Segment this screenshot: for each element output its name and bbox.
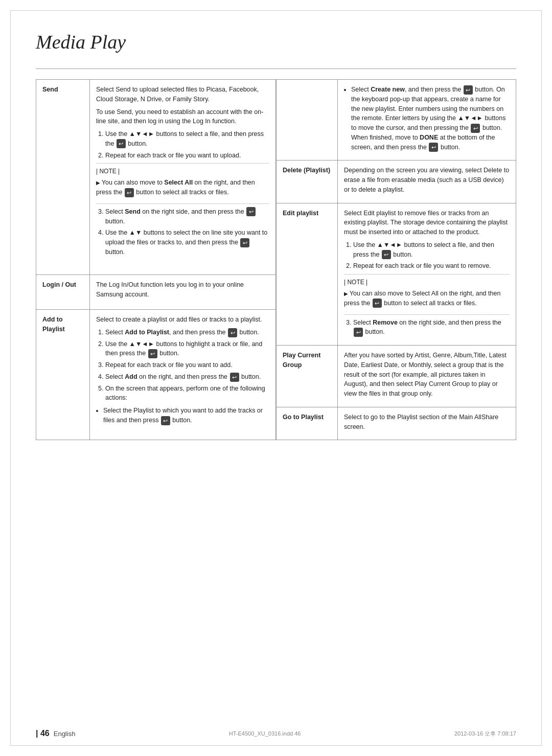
list-item: Repeat for each track or file you want t… (353, 261, 510, 271)
add-playlist-label: Add to Playlist (36, 310, 90, 440)
list-item: On the screen that appears, perform one … (105, 384, 269, 403)
note-list: You can also move to Select All on the r… (344, 289, 510, 308)
send-para-1: Select Send to upload selected files to … (96, 85, 269, 104)
note-header: | NOTE | (344, 278, 510, 287)
go-to-playlist-para: Select to go to the Playlist section of … (344, 413, 510, 432)
table-row: Edit playlist Select Edit playlist to re… (277, 203, 516, 346)
play-current-group-content: After you have sorted by Artist, Genre, … (338, 346, 516, 407)
edit-playlist-extra-steps: Select Remove on the right side, and the… (353, 318, 510, 337)
edit-playlist-content: Select Edit playlist to remove files or … (338, 203, 516, 346)
table-row: Select Create new, and then press the bu… (277, 80, 516, 161)
enter-icon (429, 143, 438, 152)
table-row: Login / Out The Log In/Out function lets… (36, 275, 276, 310)
edit-playlist-label: Edit playlist (277, 203, 338, 346)
list-item: Select Remove on the right side, and the… (353, 318, 510, 337)
login-content: The Log In/Out function lets you log in … (90, 275, 276, 310)
send-extra-steps: Select Send on the right side, and then … (105, 207, 269, 257)
go-to-playlist-content: Select to go to the Playlist section of … (338, 407, 516, 440)
footer-language: English (54, 730, 76, 738)
empty-label (277, 80, 338, 161)
table-row: Go to Playlist Select to go to the Playl… (277, 407, 516, 440)
page-title: Media Play (36, 31, 516, 56)
edit-playlist-note: | NOTE | You can also move to Select All… (344, 274, 510, 315)
enter-icon (148, 349, 157, 358)
list-item: Select the Playlist to which you want to… (103, 406, 269, 425)
page-number: | 46 (36, 729, 50, 738)
table-row: Delete (Playlist) Depending on the scree… (277, 161, 516, 203)
right-table: Select Create new, and then press the bu… (276, 79, 516, 440)
enter-icon (464, 85, 473, 95)
create-new-content: Select Create new, and then press the bu… (338, 80, 516, 161)
left-table: Send Select Send to upload selected file… (36, 79, 276, 440)
delete-playlist-label: Delete (Playlist) (277, 161, 338, 203)
enter-icon (125, 188, 134, 197)
play-current-group-label: Play Current Group (277, 346, 338, 407)
list-item: Select Add to Playlist, and then press t… (105, 328, 269, 337)
list-item: Repeat for each track or file you want t… (105, 151, 269, 161)
send-steps: Use the ▲▼◄► buttons to select a file, a… (105, 129, 269, 160)
list-item: Select Send on the right side, and then … (105, 207, 269, 226)
list-item: Use the ▲▼◄► buttons to highlight a trac… (105, 339, 269, 359)
list-item: Select Create new, and then press the bu… (351, 85, 510, 152)
enter-icon (240, 238, 249, 247)
enter-icon (117, 139, 126, 148)
table-row: Send Select Send to upload selected file… (36, 80, 276, 275)
list-item: Use the ▲▼◄► buttons to select a file, a… (353, 240, 510, 260)
go-to-playlist-label: Go to Playlist (277, 407, 338, 440)
send-content: Select Send to upload selected files to … (90, 80, 276, 275)
enter-icon (230, 373, 239, 382)
list-item: Use the ▲▼◄► buttons to select a file, a… (105, 129, 269, 149)
send-note: | NOTE | You can also move to Select All… (96, 163, 269, 204)
edit-playlist-steps: Use the ▲▼◄► buttons to select a file, a… (353, 240, 510, 271)
enter-icon (471, 124, 480, 133)
send-label: Send (36, 80, 90, 275)
login-para: The Log In/Out function lets you log in … (96, 280, 269, 300)
create-new-list: Select Create new, and then press the bu… (351, 85, 510, 152)
footer: | 46 English HT-E4500_XU_0316.indd 46 20… (0, 729, 552, 738)
pipe-separator: | (36, 729, 38, 738)
page-num-value: 46 (40, 729, 50, 738)
note-list: You can also move to Select All on the r… (96, 178, 269, 197)
list-item: Select Add on the right, and then press … (105, 372, 269, 382)
send-para-2: To use Send, you need to establish an ac… (96, 107, 269, 127)
enter-icon (354, 328, 363, 337)
list-item: You can also move to Select All on the r… (96, 178, 269, 197)
footer-left: | 46 English (36, 729, 75, 738)
enter-icon (373, 299, 382, 308)
page: Media Play Send Select Send to upload se… (0, 0, 552, 756)
enter-icon (382, 250, 391, 259)
add-playlist-bullets: Select the Playlist to which you want to… (103, 406, 269, 425)
note-header: | NOTE | (96, 167, 269, 176)
title-divider (36, 68, 516, 69)
table-row: Add to Playlist Select to create a playl… (36, 310, 276, 440)
login-label: Login / Out (36, 275, 90, 310)
list-item: Use the ▲▼ buttons to select the on line… (105, 228, 269, 257)
add-playlist-content: Select to create a playlist or add files… (90, 310, 276, 440)
delete-playlist-para: Depending on the screen you are viewing,… (344, 166, 510, 194)
table-row: Play Current Group After you have sorted… (277, 346, 516, 407)
content-tables: Send Select Send to upload selected file… (36, 79, 516, 440)
play-current-group-para: After you have sorted by Artist, Genre, … (344, 351, 510, 399)
add-playlist-para: Select to create a playlist or add files… (96, 315, 269, 325)
enter-icon (161, 416, 170, 425)
delete-playlist-content: Depending on the screen you are viewing,… (338, 161, 516, 203)
list-item: Repeat for each track or file you want t… (105, 360, 269, 370)
footer-date: 2012-03-16 오후 7:08:17 (454, 730, 516, 738)
enter-icon (228, 328, 237, 337)
add-playlist-steps: Select Add to Playlist, and then press t… (105, 328, 269, 403)
footer-filename: HT-E4500_XU_0316.indd 46 (229, 730, 301, 737)
enter-icon (246, 207, 256, 216)
list-item: You can also move to Select All on the r… (344, 289, 510, 308)
edit-playlist-para: Select Edit playlist to remove files or … (344, 209, 510, 237)
